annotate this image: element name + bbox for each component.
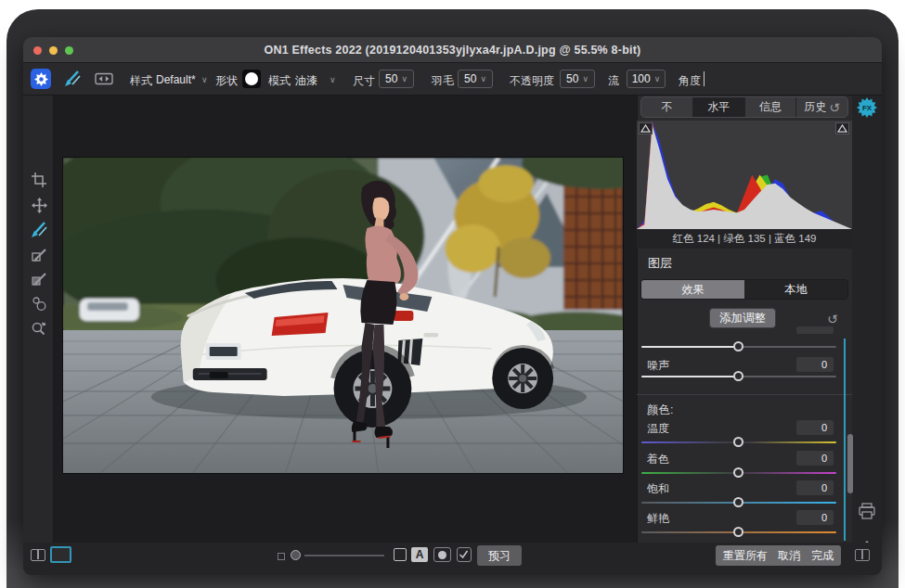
slider-handle[interactable] (733, 467, 743, 478)
angle-input-caret[interactable] (704, 71, 705, 86)
mask-dot (438, 551, 446, 559)
zoom-slider-track[interactable] (304, 555, 384, 556)
zoom-slider-handle[interactable] (291, 550, 301, 560)
crop-icon (32, 173, 46, 187)
perfect-eraser-tool[interactable] (30, 270, 48, 288)
noise-label: 噪声 (647, 358, 669, 374)
pane-divider (861, 550, 863, 559)
triangle-icon (640, 124, 651, 133)
tool-rail: ? (23, 96, 54, 543)
noise-value[interactable]: 0 (796, 357, 834, 372)
slider-handle[interactable] (733, 527, 743, 537)
view-original-button[interactable] (394, 548, 407, 561)
done-button[interactable]: 完成 (804, 545, 841, 566)
tab-info[interactable]: 信息 (745, 97, 797, 117)
flow-select[interactable]: 100∨ (627, 70, 666, 88)
highlight-clipping-button[interactable] (835, 122, 849, 134)
slider-handle[interactable] (733, 371, 743, 381)
photo-illustration (63, 158, 623, 473)
photo[interactable] (63, 158, 623, 473)
mode-dropdown[interactable]: 油漆 (295, 73, 317, 89)
saturation-value[interactable]: 0 (796, 480, 834, 495)
split-divider (37, 550, 39, 559)
style-dropdown[interactable]: Default* (156, 73, 196, 86)
slider-handle[interactable] (733, 341, 743, 352)
noise-slider[interactable] (641, 376, 836, 377)
brush-tool-button[interactable] (62, 69, 83, 89)
tint-value[interactable]: 0 (796, 451, 834, 466)
compare-view-button[interactable] (94, 69, 114, 89)
clipped-value-box (796, 326, 834, 334)
chevron-down-icon[interactable]: ∨ (201, 75, 208, 84)
reset-all-button[interactable]: 重置所有 (716, 545, 775, 566)
two-circles-icon (32, 296, 46, 311)
bottom-bar: A 预习 重置所有 取消 完成 (23, 543, 882, 575)
slider-track[interactable] (641, 346, 836, 348)
shape-label: 形状 (215, 73, 238, 89)
mask-brush-icon (32, 248, 47, 263)
window-title: ON1 Effects 2022 (2019120401353yjlyxa4r.… (23, 44, 882, 57)
histogram (637, 121, 852, 229)
vibrance-slider[interactable] (641, 531, 836, 533)
temperature-label: 温度 (647, 421, 669, 437)
chevron-down-icon[interactable]: ∨ (330, 75, 336, 84)
size-label: 尺寸 (353, 73, 375, 89)
size-select[interactable]: 50∨ (379, 70, 414, 88)
single-view-button-active[interactable] (50, 546, 71, 563)
vibrance-value[interactable]: 0 (796, 510, 834, 525)
refine-brush-tool[interactable] (30, 294, 48, 313)
print-button[interactable] (858, 503, 876, 522)
saturation-label: 饱和 (647, 481, 669, 497)
compare-icon (95, 71, 113, 86)
show-mask-button[interactable] (433, 547, 451, 562)
titlebar[interactable]: ON1 Effects 2022 (2019120401353yjlyxa4r.… (23, 37, 882, 63)
feather-select[interactable]: 50∨ (458, 70, 493, 88)
check-icon (458, 548, 470, 560)
feather-label: 羽毛 (432, 73, 454, 89)
reset-section-icon[interactable]: ↺ (827, 312, 838, 326)
magnifier-hand-icon (31, 320, 47, 337)
temperature-value[interactable]: 0 (796, 420, 834, 435)
mask-brush-icon (32, 272, 47, 288)
side-strip: FX (852, 63, 882, 575)
tab-levels[interactable]: 水平 (693, 97, 745, 117)
effects-window: ON1 Effects 2022 (2019120401353yjlyxa4r.… (23, 37, 882, 575)
zoom-out-icon[interactable] (278, 553, 285, 560)
move-icon (32, 198, 47, 213)
editing-canvas[interactable] (54, 96, 637, 543)
mode-label: 模式 (268, 73, 291, 89)
style-label: 样式 (130, 73, 152, 89)
move-tool[interactable] (30, 196, 48, 214)
tab-none[interactable]: 不 (641, 97, 693, 117)
crop-tool[interactable] (30, 171, 48, 189)
saturation-slider[interactable] (641, 502, 836, 504)
preview-button[interactable]: 预习 (477, 545, 522, 566)
preview-checkbox[interactable] (457, 547, 472, 562)
brush-shape-swatch[interactable] (242, 70, 261, 88)
zoom-pan-tool[interactable] (30, 319, 48, 338)
triangle-icon (837, 124, 847, 133)
cancel-button[interactable]: 取消 (770, 545, 808, 566)
vibrance-label: 鲜艳 (647, 511, 669, 527)
tab-history[interactable]: 历史↺ (796, 97, 847, 117)
effects-brush-tool-button[interactable] (31, 69, 51, 89)
tab-local[interactable]: 本地 (744, 280, 847, 299)
chevron-down-icon: ∨ (480, 74, 486, 83)
split-view-button[interactable] (31, 549, 45, 561)
masking-brush-tool-active[interactable] (30, 221, 48, 239)
opacity-select[interactable]: 50∨ (560, 70, 595, 88)
masking-bug-tool[interactable] (30, 246, 48, 264)
dual-pane-button[interactable] (855, 549, 870, 561)
temperature-slider[interactable] (641, 441, 836, 443)
svg-text:FX: FX (862, 104, 873, 112)
effects-fx-badge[interactable]: FX (857, 97, 877, 121)
burst-icon (34, 72, 48, 86)
tab-effects[interactable]: 效果 (641, 280, 744, 299)
add-adjustment-button[interactable]: 添加调整 (709, 308, 776, 328)
slider-handle[interactable] (733, 437, 743, 447)
layers-label: 图层 (648, 255, 672, 272)
tint-slider[interactable] (641, 472, 836, 474)
slider-handle[interactable] (733, 497, 743, 507)
compare-letter-button[interactable]: A (411, 547, 428, 562)
shadow-clipping-button[interactable] (639, 122, 653, 134)
